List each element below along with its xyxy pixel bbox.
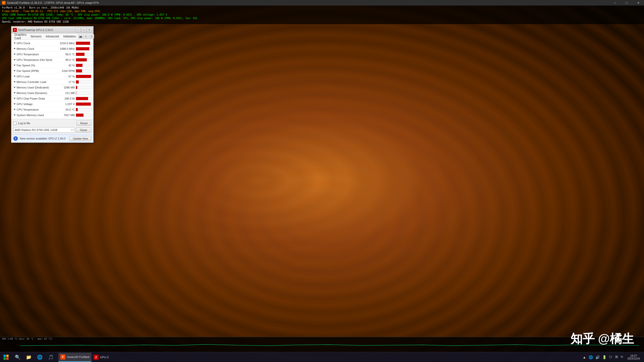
gpu-selector-text: AMD Radeon RX 6750 GRE 12GB <box>15 128 71 131</box>
dropdown-arrow-icon[interactable] <box>13 75 16 78</box>
sensor-name-gpu-load: GPU Load <box>13 75 59 78</box>
gpuz-close-button[interactable]: ✕ <box>87 28 92 32</box>
sensor-value-gpu-clock: 2233.0 MHz <box>59 42 76 45</box>
sensors-panel: GPU Clock 2233.0 MHz Memory Clock 1988.0… <box>11 39 93 119</box>
furmark-titlebar: F Geeks3D FurMark v1.36.0.0 - 172FPS, GP… <box>0 0 644 6</box>
refresh-icon[interactable]: ↻ <box>84 34 89 39</box>
sensor-bar-fill-cpu-temp <box>76 108 78 111</box>
menu-graphics-card[interactable]: Graphics Card <box>12 32 28 41</box>
sensor-bar-fill-mem-ctrl-load <box>76 80 79 83</box>
furmark-info-panel: FurMark v1.36.0 - Burn-in test, 2560x144… <box>0 6 644 24</box>
sensor-name-fan-pct: Fan Speed (%) <box>13 64 59 67</box>
furmark-maximize-button[interactable]: □ <box>621 0 632 6</box>
camera-icon[interactable]: 📷 <box>78 34 83 39</box>
windows-sq-2 <box>6 355 9 357</box>
dropdown-arrow-icon[interactable] <box>13 42 16 44</box>
sensor-name-voltage: GPU Voltage <box>13 103 59 106</box>
browser-icon: 🌐 <box>37 354 43 360</box>
sensor-row-mem-dynamic: Memory Used (Dynamic) 211 MB <box>13 90 92 96</box>
close-button[interactable]: Close <box>76 127 91 132</box>
dropdown-arrow-icon[interactable] <box>13 86 16 89</box>
system-tray: ▲ 🌐 🔊 🔋 🛡 简 中 19:27 2023/12/16 <box>580 354 644 360</box>
battery-icon[interactable]: 🔋 <box>602 355 607 360</box>
bg-texture <box>0 0 644 362</box>
menu-advanced[interactable]: Advanced <box>44 34 61 39</box>
sensor-bar-sys-mem <box>76 113 92 117</box>
svg-marker-0 <box>14 42 16 44</box>
sensor-row-gpu-clock: GPU Clock 2233.0 MHz <box>13 40 92 46</box>
sensor-bar-gpu-clock <box>76 41 92 45</box>
graph-svg <box>20 342 639 349</box>
windows-sq-3 <box>4 357 6 360</box>
dropdown-arrow-icon[interactable] <box>13 59 16 61</box>
log-to-file-checkbox[interactable] <box>13 122 17 125</box>
gpuz-taskbar-icon: Z <box>94 355 99 360</box>
sensor-value-mem-dynamic: 211 MB <box>59 92 76 95</box>
sensor-bar-fill-mem-dedicated <box>76 86 77 89</box>
sensor-bar-fill-voltage <box>76 103 91 106</box>
menu-icon[interactable]: ☰ <box>89 34 94 39</box>
system-clock[interactable]: 19:27 2023/12/16 <box>625 354 642 360</box>
svg-marker-7 <box>14 81 16 83</box>
sensor-bar-fill-sys-mem <box>76 114 84 117</box>
tray-chevron-icon[interactable]: ▲ <box>582 355 587 360</box>
dropdown-arrow-icon[interactable] <box>13 114 16 116</box>
gpuz-restore-button[interactable]: □ <box>81 28 86 32</box>
menu-sensors[interactable]: Sensors <box>28 34 44 39</box>
media-player-button[interactable]: 🎵 <box>46 352 56 362</box>
language-icon[interactable]: 中 <box>620 355 624 359</box>
furmark-minimize-button[interactable]: ─ <box>609 0 621 6</box>
furmark-win-controls: ─ □ ✕ <box>609 0 644 6</box>
dropdown-arrow-icon[interactable] <box>13 103 16 105</box>
security-tray-icon[interactable]: 🛡 <box>609 355 613 360</box>
sensor-bar-fan-rpm <box>76 69 92 73</box>
sensor-row-memory-clock: Memory Clock 1988.0 MHz <box>13 46 92 52</box>
gpuz-taskbar-item[interactable]: Z GPU-Z <box>92 353 111 362</box>
search-button[interactable]: 🔍 <box>13 352 23 362</box>
edge-button[interactable]: 🌐 <box>35 352 45 362</box>
sensor-row-mem-ctrl-load: Memory Controller Load 17 % <box>13 79 92 85</box>
svg-marker-4 <box>14 65 16 66</box>
svg-marker-8 <box>14 87 16 88</box>
dropdown-arrow-icon[interactable] <box>13 108 16 111</box>
sensor-name-mem-dedicated: Memory Used (Dedicated) <box>13 86 59 89</box>
sensor-bar-fill-memory-clock <box>76 47 89 50</box>
menu-validation[interactable]: Validation <box>61 34 78 39</box>
gpuz-icon: Z <box>13 28 17 32</box>
dropdown-arrow-icon[interactable] <box>13 92 16 94</box>
dropdown-arrow-icon[interactable] <box>13 64 16 67</box>
furmark-taskbar-label: Geeks3D FurMark <box>67 355 90 358</box>
start-button[interactable] <box>0 352 12 362</box>
sensor-name-memory-clock: Memory Clock <box>13 47 59 50</box>
sensor-bar-voltage <box>76 102 92 106</box>
clock-date: 2023/12/16 <box>627 357 640 360</box>
sensor-row-gpu-temp-hotspot: GPU Temperature (Hot Spot) 85.0 °C <box>13 57 92 63</box>
sensor-row-fan-rpm: Fan Speed (RPM) 1416 RPM <box>13 68 92 74</box>
gpuz-window: Z TechPowerUp GPU-Z 2.54.0 ─ □ ✕ Graphic… <box>11 26 94 143</box>
volume-icon[interactable]: 🔊 <box>595 355 600 360</box>
furmark-taskbar-item[interactable]: F Geeks3D FurMark <box>58 353 92 362</box>
reset-button[interactable]: Reset <box>76 121 91 126</box>
dropdown-arrow-icon[interactable] <box>13 48 16 50</box>
dropdown-arrow-icon[interactable] <box>13 97 16 100</box>
ime-icon[interactable]: 简 <box>615 354 619 360</box>
furmark-close-button[interactable]: ✕ <box>632 0 644 6</box>
sensor-bar-gpu-temp <box>76 53 92 56</box>
furmark-info-line4: GPU load (AMD Radeon RX 6750 GRE 12Gb) -… <box>2 17 642 20</box>
svg-marker-1 <box>14 48 16 50</box>
gpu-selector[interactable]: AMD Radeon RX 6750 GRE 12GB ▼ <box>13 127 74 133</box>
file-explorer-button[interactable]: 📁 <box>24 352 34 362</box>
dropdown-arrow-icon[interactable] <box>13 53 16 56</box>
update-now-button[interactable]: Update Now <box>69 136 91 141</box>
dropdown-arrow-icon[interactable] <box>13 81 16 83</box>
gpuz-minimize-button[interactable]: ─ <box>76 28 81 32</box>
furmark-title: Geeks3D FurMark v1.36.0.0 - 172FPS, GPU1… <box>7 1 99 4</box>
clock-time: 19:27 <box>627 354 640 357</box>
sensor-value-fan-rpm: 1416 RPM <box>59 69 76 72</box>
network-icon[interactable]: 🌐 <box>588 355 593 360</box>
sensor-bar-mem-dedicated <box>76 86 92 89</box>
dropdown-arrow-icon[interactable] <box>13 70 16 72</box>
sensor-bar-fill-gpu-temp <box>76 53 85 56</box>
gpuz-bottom-row1: Log to file Reset <box>13 121 91 126</box>
svg-marker-10 <box>14 98 16 99</box>
